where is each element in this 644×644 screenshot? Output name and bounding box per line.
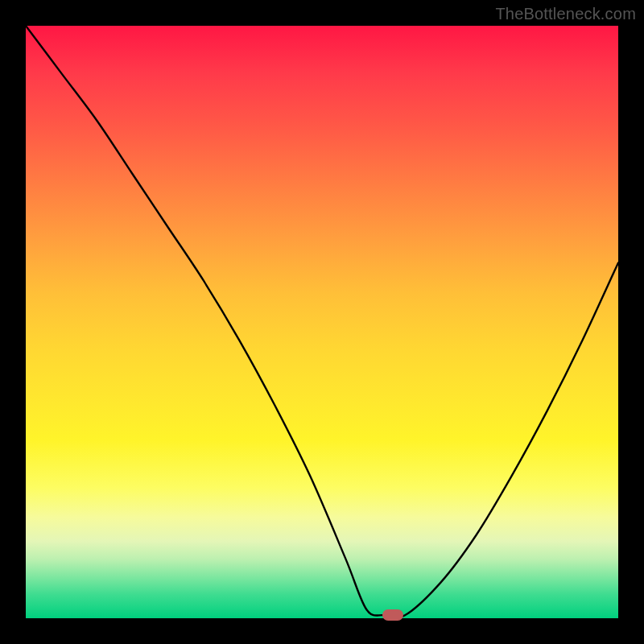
bottleneck-curve: [26, 26, 618, 618]
optimum-marker: [382, 609, 403, 621]
watermark-text: TheBottleneck.com: [495, 5, 636, 23]
chart-frame: TheBottleneck.com: [0, 0, 644, 644]
plot-area: [26, 26, 618, 618]
